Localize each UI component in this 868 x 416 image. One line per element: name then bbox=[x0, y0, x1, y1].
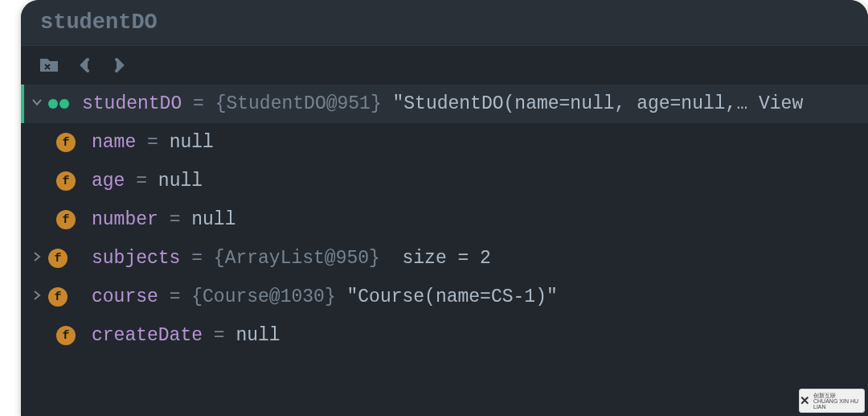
chevron-down-icon[interactable] bbox=[31, 96, 43, 112]
object-ref: {ArrayList@950} bbox=[214, 249, 391, 268]
variable-row[interactable]: f subjects = {ArrayList@950} size = 2 bbox=[21, 239, 868, 278]
field-value: null bbox=[170, 134, 214, 152]
field-value: null bbox=[158, 172, 203, 191]
field-value: null bbox=[191, 211, 235, 229]
field-name: createDate bbox=[92, 327, 203, 345]
watermark-logo-icon: ✕ bbox=[800, 393, 810, 408]
watermark-text-py: CHUANG XIN HU LIAN bbox=[813, 398, 864, 410]
panel-title: studentDO bbox=[21, 0, 868, 46]
variables-tree: studentDO = {StudentDO@951} "StudentDO(n… bbox=[21, 84, 868, 355]
field-icon: f bbox=[56, 133, 76, 152]
back-arrow-icon[interactable] bbox=[77, 57, 93, 73]
chevron-right-icon[interactable] bbox=[31, 289, 43, 305]
watch-icon bbox=[48, 99, 69, 109]
field-value: null bbox=[235, 327, 280, 345]
field-name: name bbox=[92, 134, 136, 152]
debugger-panel: studentDO studentDO = {StudentDO@951} "S… bbox=[21, 0, 868, 416]
variable-row[interactable]: f name = null bbox=[21, 123, 868, 162]
variable-row[interactable]: f createDate = null bbox=[21, 316, 868, 355]
field-value: "Course(name=CS-1)" bbox=[336, 288, 558, 307]
field-icon: f bbox=[56, 326, 76, 345]
chevron-right-icon[interactable] bbox=[31, 250, 43, 266]
field-name: age bbox=[92, 172, 125, 191]
watermark-text-zh: 创新互联 bbox=[813, 393, 864, 398]
watermark: ✕ 创新互联 CHUANG XIN HU LIAN bbox=[799, 389, 865, 413]
variable-row[interactable]: f age = null bbox=[21, 162, 868, 200]
folder-x-icon[interactable] bbox=[39, 57, 59, 73]
object-ref: {Course@1030} bbox=[191, 288, 335, 307]
field-icon: f bbox=[56, 171, 76, 191]
variable-name: studentDO bbox=[82, 95, 182, 113]
field-name: number bbox=[92, 211, 158, 229]
toolbar bbox=[21, 46, 868, 84]
variable-row[interactable]: f course = {Course@1030} "Course(name=CS… bbox=[21, 278, 868, 316]
field-icon: f bbox=[56, 210, 76, 229]
field-name: course bbox=[92, 288, 158, 307]
variable-row-root[interactable]: studentDO = {StudentDO@951} "StudentDO(n… bbox=[21, 84, 868, 123]
object-repr: "StudentDO(name=null, age=null,… View bbox=[382, 95, 804, 113]
object-ref: {StudentDO@951} bbox=[215, 95, 382, 113]
field-name: subjects bbox=[92, 249, 180, 268]
forward-arrow-icon[interactable] bbox=[111, 57, 127, 73]
field-icon: f bbox=[48, 249, 68, 268]
variable-row[interactable]: f number = null bbox=[21, 200, 868, 239]
field-icon: f bbox=[48, 287, 68, 307]
field-value: size = 2 bbox=[391, 249, 491, 268]
